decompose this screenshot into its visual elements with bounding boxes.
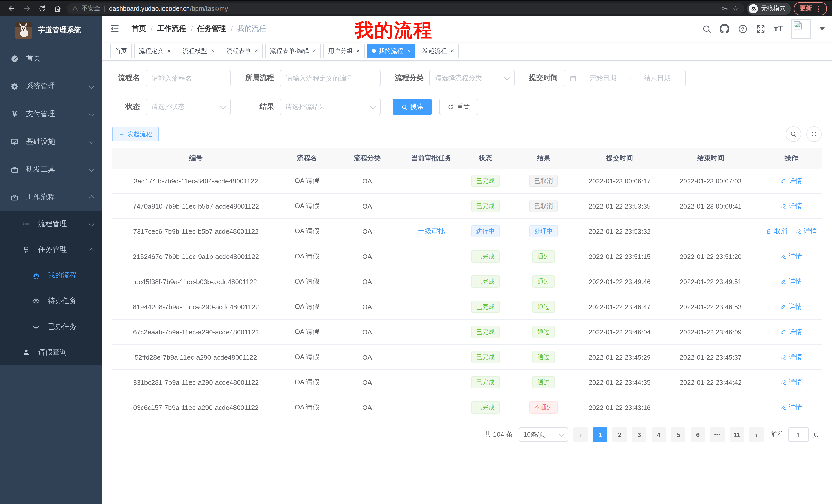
detail-link[interactable]: 详情: [781, 403, 802, 412]
forward-icon[interactable]: [21, 2, 33, 15]
page-button[interactable]: 3: [632, 427, 646, 442]
page-button[interactable]: 11: [730, 427, 744, 442]
breadcrumb-item[interactable]: 首页: [132, 24, 146, 33]
next-page-button[interactable]: ›: [749, 427, 763, 442]
page-size-select[interactable]: 10条/页: [519, 427, 568, 442]
result-badge: 通过: [532, 376, 555, 388]
status-select[interactable]: 请选择状态: [146, 99, 231, 115]
current-task-link[interactable]: 一级审批: [418, 227, 445, 235]
app-logo-row[interactable]: 芋道管理系统: [0, 16, 102, 45]
detail-link[interactable]: 详情: [781, 176, 802, 186]
back-icon[interactable]: [5, 2, 18, 15]
close-icon[interactable]: ×: [313, 48, 316, 54]
reset-button[interactable]: 重置: [439, 99, 478, 115]
result-select[interactable]: 请选择流结果: [280, 99, 381, 115]
tab-process-form-edit[interactable]: 流程表单-编辑×: [265, 44, 321, 58]
reload-icon[interactable]: [36, 2, 48, 15]
detail-link[interactable]: 详情: [781, 252, 802, 261]
tab-start-process[interactable]: 发起流程×: [418, 44, 459, 58]
tab-user-group[interactable]: 用户分组×: [323, 44, 365, 58]
cell-task: [400, 395, 463, 420]
tab-label: 流程模型: [183, 47, 207, 55]
detail-link[interactable]: 详情: [781, 353, 802, 362]
sidebar-item-infra[interactable]: 基础设施: [0, 128, 102, 156]
category-select[interactable]: 请选择流程分类: [430, 70, 515, 86]
sidebar-item-label: 工作流程: [26, 193, 82, 202]
status-badge: 已完成: [471, 401, 500, 414]
sidebar-item-leave-query[interactable]: 请假查询: [0, 340, 102, 365]
url-bar[interactable]: ⚠ 不安全 | dashboard.yudao.iocoder.cn/bpm/t…: [67, 3, 744, 14]
page-button[interactable]: 1: [593, 427, 607, 442]
chevron-down-icon: [89, 138, 95, 144]
key-icon[interactable]: [720, 4, 728, 12]
close-icon[interactable]: ×: [255, 48, 258, 54]
result-badge: 已取消: [529, 200, 558, 212]
cell-submit-time: 2022-01-22 23:51:15: [579, 244, 660, 269]
jump-page-input[interactable]: [788, 427, 809, 442]
page-button[interactable]: 4: [651, 427, 666, 442]
chevron-down-icon[interactable]: [820, 27, 825, 30]
github-icon[interactable]: [719, 24, 730, 34]
close-icon[interactable]: ×: [211, 48, 214, 54]
kebab-menu-icon[interactable]: ⋮: [815, 4, 822, 12]
sidebar-item-done-tasks[interactable]: 已办任务: [0, 314, 102, 340]
start-process-button[interactable]: ＋ 发起流程: [112, 127, 159, 141]
cancel-link[interactable]: 取消: [766, 227, 787, 236]
search-icon[interactable]: [701, 24, 712, 34]
tab-process-definition[interactable]: 流程定义×: [134, 44, 175, 58]
detail-link[interactable]: 详情: [781, 201, 802, 211]
close-icon[interactable]: ×: [450, 48, 454, 54]
search-button[interactable]: 搜索: [393, 99, 432, 115]
help-icon[interactable]: ?: [737, 24, 748, 34]
column-header: 结果: [508, 148, 579, 169]
prev-page-button[interactable]: ‹: [573, 427, 588, 442]
tab-process-form[interactable]: 流程表单×: [222, 44, 263, 58]
close-icon[interactable]: ×: [167, 48, 171, 54]
cell-name: OA 请假: [280, 370, 334, 395]
detail-link[interactable]: 详情: [781, 302, 802, 311]
detail-link[interactable]: 详情: [781, 327, 802, 337]
tab-process-model[interactable]: 流程模型×: [178, 44, 219, 58]
update-button[interactable]: 更新 ⋮: [794, 2, 827, 15]
detail-link[interactable]: 详情: [796, 227, 817, 236]
detail-link[interactable]: 详情: [781, 277, 802, 286]
sidebar-item-label: 首页: [26, 54, 94, 63]
dashboard-icon: [10, 54, 19, 63]
sidebar-item-task-mgmt[interactable]: 任务管理: [0, 237, 102, 262]
sidebar-item-my-process[interactable]: 我的流程: [0, 262, 102, 288]
calendar-icon: [569, 74, 577, 82]
more-pages-button[interactable]: •••: [710, 427, 725, 442]
close-icon[interactable]: ×: [356, 48, 360, 54]
page-button[interactable]: 2: [613, 427, 627, 442]
close-icon[interactable]: ×: [407, 48, 410, 54]
sidebar-item-workflow[interactable]: 工作流程: [0, 184, 102, 211]
status-badge: 已完成: [471, 275, 500, 288]
tab-home[interactable]: 首页: [110, 44, 132, 58]
sidebar-item-process-mgmt[interactable]: 流程管理: [0, 211, 102, 237]
parent-process-input[interactable]: [280, 70, 381, 86]
breadcrumb-item[interactable]: 工作流程: [157, 24, 186, 33]
table-row: 819442e8-7b9a-11ec-a290-acde48001122 OA …: [112, 294, 822, 319]
breadcrumb-item[interactable]: 任务管理: [198, 24, 226, 33]
sidebar-item-system[interactable]: 系统管理: [0, 73, 102, 100]
avatar[interactable]: [791, 19, 811, 38]
bookmark-star-icon[interactable]: ☆: [732, 4, 739, 13]
tab-my-process[interactable]: 我的流程×: [367, 44, 415, 58]
cell-id: 03c6c157-7b9a-11ec-a290-acde48001122: [112, 395, 280, 420]
detail-link[interactable]: 详情: [781, 377, 802, 387]
table-refresh-button[interactable]: [806, 127, 822, 142]
table-search-toggle-button[interactable]: [786, 127, 801, 142]
submit-time-label: 提交时间: [527, 74, 558, 83]
page-button[interactable]: 5: [671, 427, 685, 442]
text-size-icon[interactable]: тT: [773, 24, 784, 34]
process-name-input[interactable]: [146, 70, 231, 86]
page-button[interactable]: 6: [691, 427, 705, 442]
fullscreen-icon[interactable]: [755, 24, 766, 34]
sidebar-item-todo-tasks[interactable]: 待办任务: [0, 288, 102, 314]
home-icon[interactable]: [51, 2, 64, 15]
sidebar-item-home[interactable]: 首页: [0, 45, 102, 73]
submit-time-range-picker[interactable]: 开始日期 - 结束日期: [564, 70, 686, 86]
sidebar-collapse-icon[interactable]: [109, 23, 120, 34]
sidebar-item-payment[interactable]: ¥ 支付管理: [0, 100, 102, 128]
sidebar-item-devtools[interactable]: 研发工具: [0, 156, 102, 184]
